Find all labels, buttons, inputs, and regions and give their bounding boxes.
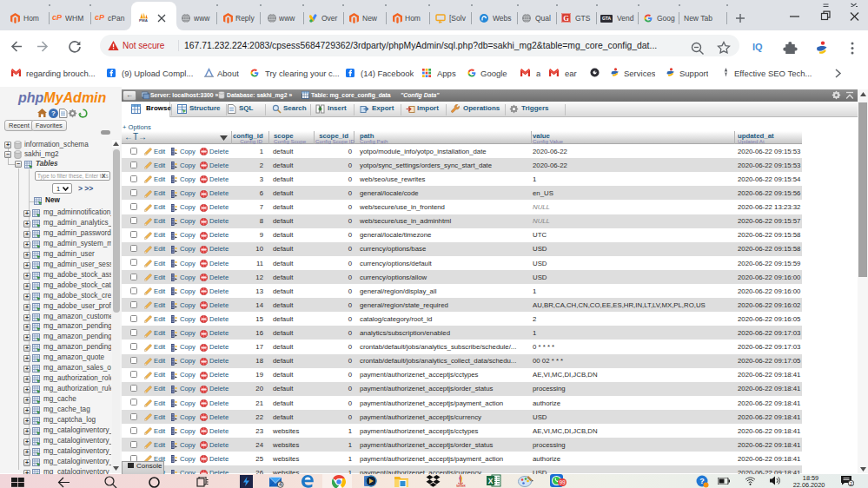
- svg-text:NEVER: NEVER: [456, 485, 466, 488]
- svg-text:PMA: PMA: [139, 18, 149, 23]
- svg-text:4: 4: [279, 481, 282, 487]
- svg-text:G: G: [563, 14, 569, 23]
- svg-text:2: 2: [850, 481, 852, 486]
- svg-text:X: X: [488, 477, 494, 485]
